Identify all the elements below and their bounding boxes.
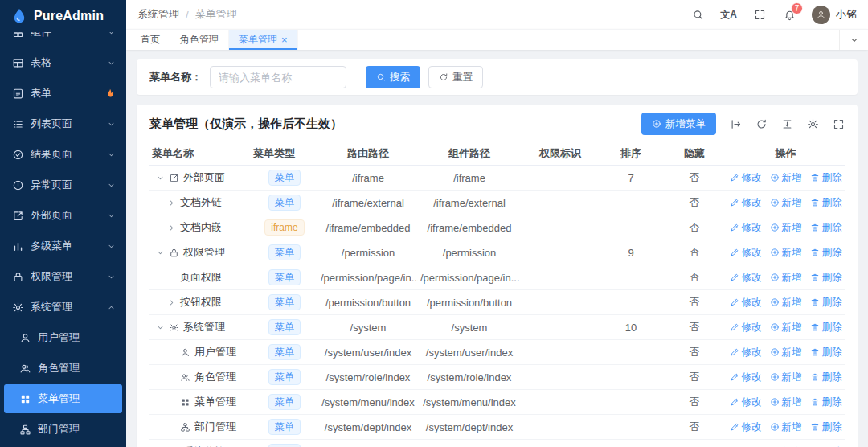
- sidebar-item-10[interactable]: 用户管理: [4, 323, 122, 352]
- table-fullscreen-button[interactable]: [833, 118, 845, 130]
- sidebar-item-11[interactable]: 角色管理: [4, 354, 122, 383]
- sidebar-item-7[interactable]: 多级菜单: [4, 232, 122, 260]
- edit-icon: [730, 322, 739, 332]
- edit-link[interactable]: 修改: [730, 371, 762, 384]
- tab-0[interactable]: 首页: [131, 30, 170, 50]
- menu-type-tag: 菜单: [268, 244, 301, 260]
- edit-link[interactable]: 修改: [730, 171, 762, 185]
- chevron-up-icon: [107, 303, 116, 312]
- table-icon: [12, 57, 24, 69]
- chevron-right-icon: [167, 224, 176, 232]
- refresh-button[interactable]: [755, 118, 768, 130]
- translate-icon[interactable]: 文A: [720, 7, 737, 22]
- add-link[interactable]: 新增: [770, 396, 802, 409]
- sidebar-item-9[interactable]: 系统管理: [4, 293, 122, 322]
- sidebar-item-13[interactable]: 部门管理: [4, 415, 122, 444]
- trash-icon: [810, 422, 820, 432]
- edit-link[interactable]: 修改: [730, 396, 762, 409]
- add-link[interactable]: 新增: [770, 321, 802, 334]
- add-link[interactable]: 新增: [770, 296, 802, 310]
- delete-link[interactable]: 删除: [810, 296, 842, 310]
- sidebar-item-6[interactable]: 外部页面: [4, 201, 122, 230]
- edit-link[interactable]: 修改: [730, 221, 762, 235]
- delete-link[interactable]: 删除: [810, 196, 842, 210]
- sidebar-item-3[interactable]: 列表页面: [4, 109, 122, 138]
- tab-1[interactable]: 角色管理: [170, 30, 229, 50]
- export-button[interactable]: [730, 118, 742, 130]
- menu-type-cell: 菜单: [251, 294, 318, 310]
- tab-close-icon[interactable]: ×: [281, 35, 288, 45]
- chevron-right-icon: [167, 199, 176, 207]
- delete-link[interactable]: 删除: [810, 246, 842, 260]
- tab-2[interactable]: 菜单管理 ×: [229, 30, 298, 50]
- plus-circle-icon: [770, 397, 780, 407]
- column-settings-button[interactable]: [807, 118, 819, 130]
- expand-toggle[interactable]: [166, 298, 178, 307]
- delete-link[interactable]: 删除: [810, 221, 842, 235]
- collapse-toggle[interactable]: [154, 174, 166, 182]
- add-link[interactable]: 新增: [770, 346, 802, 359]
- hidden-flag: 否: [662, 345, 727, 359]
- add-link[interactable]: 新增: [770, 271, 802, 285]
- delete-link[interactable]: 删除: [810, 346, 842, 359]
- sidebar-item-1[interactable]: 表格: [4, 48, 122, 77]
- delete-link[interactable]: 删除: [810, 396, 842, 409]
- collapse-toggle[interactable]: [154, 323, 166, 332]
- edit-link[interactable]: 修改: [730, 246, 762, 260]
- delete-link[interactable]: 删除: [810, 171, 842, 185]
- edit-link[interactable]: 修改: [730, 346, 762, 359]
- delete-link[interactable]: 删除: [810, 271, 842, 285]
- add-menu-button[interactable]: 新增菜单: [641, 113, 716, 135]
- search-button[interactable]: 搜索: [366, 66, 420, 88]
- row-actions: 修改 新增 删除: [727, 396, 845, 409]
- menu-name: 系统管理: [183, 320, 225, 334]
- tabs-dropdown-button[interactable]: [839, 30, 868, 50]
- sidebar-item-5[interactable]: 异常页面: [4, 170, 122, 199]
- breadcrumb-item[interactable]: 系统管理: [137, 7, 179, 22]
- edit-link[interactable]: 修改: [730, 420, 762, 434]
- menu-name: 文档内嵌: [180, 220, 222, 235]
- chevron-down-icon: [107, 273, 116, 281]
- add-link[interactable]: 新增: [770, 371, 802, 384]
- delete-link[interactable]: 删除: [810, 420, 842, 434]
- export-icon: [730, 118, 742, 130]
- sidebar-item-2[interactable]: 表单: [4, 79, 122, 108]
- edit-link[interactable]: 修改: [730, 196, 762, 210]
- add-link[interactable]: 新增: [770, 196, 802, 210]
- collapse-toggle[interactable]: [154, 248, 166, 257]
- menu-name-input[interactable]: [210, 66, 346, 88]
- delete-link[interactable]: 删除: [810, 321, 842, 334]
- sidebar-item-8[interactable]: 权限管理: [4, 262, 122, 291]
- breadcrumb: 系统管理/菜单管理: [137, 7, 237, 22]
- menu-type-tag: 菜单: [268, 269, 301, 285]
- add-link[interactable]: 新增: [770, 221, 802, 235]
- edit-link[interactable]: 修改: [730, 296, 762, 310]
- username: 小铭: [836, 7, 857, 22]
- breadcrumb-item-current[interactable]: 菜单管理: [195, 7, 237, 22]
- edit-link[interactable]: 修改: [730, 321, 762, 334]
- notification-button[interactable]: 7: [782, 7, 796, 22]
- add-link[interactable]: 新增: [770, 171, 802, 185]
- add-link[interactable]: 新增: [770, 246, 802, 260]
- expand-toggle[interactable]: [166, 199, 178, 207]
- header-search-button[interactable]: [690, 7, 705, 22]
- chart-icon: [12, 240, 24, 252]
- table-row: 角色管理 菜单 /system/role/index /system/role/…: [149, 365, 845, 390]
- expand-toggle[interactable]: [166, 224, 178, 232]
- hidden-flag: 否: [662, 195, 727, 210]
- fullscreen-button[interactable]: [752, 7, 767, 22]
- delete-link[interactable]: 删除: [810, 371, 842, 384]
- app-logo[interactable]: PureAdmin: [0, 0, 126, 32]
- density-button[interactable]: [781, 118, 793, 130]
- menu-name: 按钮权限: [180, 295, 222, 310]
- reset-button[interactable]: 重置: [428, 66, 483, 88]
- user-menu[interactable]: 小铭: [812, 6, 857, 24]
- gear-icon: [169, 322, 179, 333]
- add-link[interactable]: 新增: [770, 420, 802, 434]
- chevron-down-icon: [850, 35, 859, 45]
- edit-link[interactable]: 修改: [730, 271, 762, 285]
- hidden-flag: 否: [662, 395, 727, 409]
- table-row: 外部页面 菜单 /iframe /iframe 7 否 修改 新增 删除: [149, 166, 845, 191]
- sidebar-item-4[interactable]: 结果页面: [4, 140, 122, 169]
- sidebar-item-12[interactable]: 菜单管理: [4, 384, 122, 413]
